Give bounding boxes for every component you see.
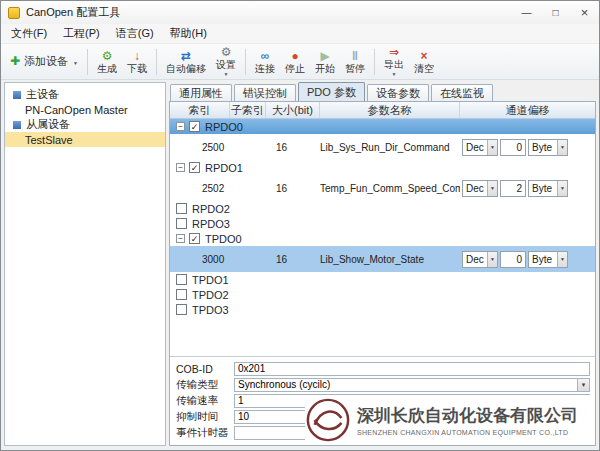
tree-item-label: PN-CanOpen Master [25, 104, 128, 116]
pdo-entry-row-2500[interactable]: 250016Lib_Sys_Run_Dir_CommandDec▼0Byte▼ [170, 134, 595, 160]
cell-index: 3000 [170, 254, 230, 265]
window-title: CanOpen 配置工具 [26, 5, 512, 20]
pdo-enable-checkbox[interactable] [176, 218, 187, 229]
offset-value-input[interactable]: 0 [500, 139, 526, 156]
start-button[interactable]: ▶开始 [310, 48, 340, 76]
pdo-enable-checkbox[interactable] [176, 274, 187, 285]
settings-button-label: 设置 [216, 59, 236, 70]
pdo-group-row-tpdo2[interactable]: TPDO2 [170, 287, 595, 302]
tree-item-label: 从属设备 [26, 117, 70, 132]
tab-online-monitor[interactable]: 在线监视 [431, 84, 493, 101]
collapse-icon[interactable]: − [176, 122, 185, 131]
app-icon [8, 7, 20, 19]
pause-icon: ‖ [352, 50, 358, 63]
device-tree: 主设备PN-CanOpen Master从属设备TestSlave [4, 82, 166, 446]
chevron-down-icon: ▼ [557, 181, 567, 196]
pdo-group-row-tpdo1[interactable]: TPDO1 [170, 272, 595, 287]
menu-item-3[interactable]: 语言(G) [108, 24, 162, 43]
tab-general[interactable]: 通用属性 [170, 84, 232, 101]
pdo-group-row-rpdo2[interactable]: RPDO2 [170, 201, 595, 216]
menubar: 文件(F)工程(P)语言(G)帮助(H) [1, 24, 599, 44]
pdo-enable-checkbox[interactable] [176, 289, 187, 300]
auto-offset-icon: ⇄ [181, 50, 191, 63]
chevron-down-icon: ▼ [557, 140, 567, 155]
pdo-entry-row-3000[interactable]: 300016Lib_Show_Motor_StateDec▼0Byte▼ [170, 246, 595, 272]
menu-item-4[interactable]: 帮助(H) [162, 24, 215, 43]
close-button[interactable]: × [570, 1, 599, 24]
export-button[interactable]: ⇒导出▼ [379, 44, 409, 79]
tabbar: 通用属性错误控制PDO 参数设备参数在线监视 [169, 82, 596, 101]
tree-item-slave-group[interactable]: 从属设备 [5, 117, 165, 132]
cell-channel-offset: Dec▼0Byte▼ [460, 251, 595, 268]
unit-select[interactable]: Byte▼ [528, 139, 568, 156]
pdo-group-row-rpdo0[interactable]: −✓RPDO0 [170, 119, 595, 134]
pdo-enable-checkbox[interactable]: ✓ [189, 233, 200, 244]
offset-value-input[interactable]: 0 [500, 251, 526, 268]
watermark: 深圳长欣自动化设备有限公司 SHENZHEN CHANGXIN AUTOMATI… [305, 395, 593, 445]
format-select[interactable]: Dec▼ [462, 180, 498, 197]
format-value: Dec [466, 142, 484, 153]
tab-device-params[interactable]: 设备参数 [367, 84, 429, 101]
add-device-button[interactable]: ✚添加设备▼ [5, 53, 83, 70]
generate-gear-icon: ⚙ [102, 50, 113, 63]
menu-item-1[interactable]: 文件(F) [3, 24, 55, 43]
tree-item-master-group[interactable]: 主设备 [5, 87, 165, 102]
unit-value: Byte [532, 254, 552, 265]
cell-size: 16 [266, 183, 320, 194]
tab-pdo-params[interactable]: PDO 参数 [298, 82, 365, 101]
chevron-down-icon: ▼ [487, 140, 497, 155]
export-icon: ⇒ [389, 46, 399, 59]
column-header-5: 通道偏移 [460, 102, 595, 118]
pdo-enable-checkbox[interactable] [176, 304, 187, 315]
tree-item-pn-canopen-master[interactable]: PN-CanOpen Master [5, 102, 165, 117]
form-row-cob-id: COB-ID0x201 [176, 361, 590, 376]
company-logo-mark [308, 400, 348, 440]
chevron-down-icon: ▼ [392, 71, 397, 77]
pdo-enable-checkbox[interactable]: ✓ [189, 121, 200, 132]
pdo-group-row-tpdo0[interactable]: −✓TPDO0 [170, 231, 595, 246]
chevron-down-icon: ▼ [487, 252, 497, 267]
pdo-table-header: 索引子索引大小(bit)参数名称通道偏移 [170, 102, 595, 119]
pdo-group-row-tpdo3[interactable]: TPDO3 [170, 302, 595, 317]
pdo-enable-checkbox[interactable]: ✓ [189, 162, 200, 173]
pdo-group-row-rpdo1[interactable]: −✓RPDO1 [170, 160, 595, 175]
maximize-button[interactable]: □ [541, 1, 570, 24]
connect-button-label: 连接 [255, 63, 275, 74]
tab-error-control[interactable]: 错误控制 [234, 84, 296, 101]
pause-button[interactable]: ‖暂停 [340, 48, 370, 76]
collapse-icon[interactable]: − [176, 163, 185, 172]
pdo-group-row-rpdo3[interactable]: RPDO3 [170, 216, 595, 231]
company-name-cn: 深圳长欣自动化设备有限公司 [357, 404, 578, 427]
pdo-entry-row-2502[interactable]: 250216Temp_Fun_Comm_Speed_CommDec▼2Byte▼ [170, 175, 595, 201]
pdo-enable-checkbox[interactable] [176, 203, 187, 214]
minimize-button[interactable]: — [512, 1, 541, 24]
collapse-icon[interactable]: − [176, 234, 185, 243]
connect-button[interactable]: ∞连接 [250, 48, 280, 76]
unit-select[interactable]: Byte▼ [528, 180, 568, 197]
settings-button[interactable]: ⚙设置▼ [211, 44, 241, 79]
format-select[interactable]: Dec▼ [462, 139, 498, 156]
stop-button[interactable]: ●停止 [280, 48, 310, 76]
toolbar-separator [374, 49, 375, 75]
format-select[interactable]: Dec▼ [462, 251, 498, 268]
pdo-group-label: RPDO0 [205, 121, 243, 133]
auto-offset-button[interactable]: ⇄自动偏移 [161, 48, 211, 76]
generate-button[interactable]: ⚙生成 [92, 48, 122, 76]
transmission-type-input[interactable]: Synchronous (cycilc)▼ [234, 378, 590, 392]
stop-button-label: 停止 [285, 63, 305, 74]
chevron-down-icon[interactable]: ▼ [577, 379, 589, 391]
pdo-group-label: RPDO3 [192, 218, 230, 230]
unit-value: Byte [532, 142, 552, 153]
menu-item-2[interactable]: 工程(P) [55, 24, 108, 43]
download-button[interactable]: ↓下载 [122, 48, 152, 76]
unit-select[interactable]: Byte▼ [528, 251, 568, 268]
pause-button-label: 暂停 [345, 63, 365, 74]
offset-value-input[interactable]: 2 [500, 180, 526, 197]
titlebar: CanOpen 配置工具 — □ × [1, 1, 599, 24]
cob-id-input[interactable]: 0x201 [234, 362, 590, 376]
clear-button[interactable]: ×清空 [409, 48, 439, 76]
chevron-down-icon: ▼ [557, 252, 567, 267]
pdo-group-label: TPDO3 [192, 304, 229, 316]
clear-button-label: 清空 [414, 63, 434, 74]
tree-item-testslave[interactable]: TestSlave [5, 132, 165, 147]
